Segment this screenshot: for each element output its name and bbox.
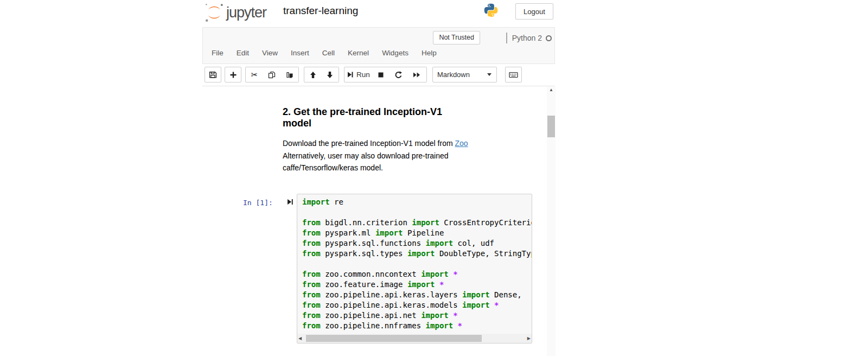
refresh-icon bbox=[394, 71, 403, 79]
page-vertical-scrollbar[interactable]: ▲ bbox=[547, 87, 556, 356]
code-line: from zoo.pipeline.api.keras.layers impor… bbox=[302, 290, 532, 300]
menu-view[interactable]: View bbox=[256, 45, 284, 61]
vertical-scrollbar-thumb[interactable] bbox=[547, 116, 555, 137]
move-cell-down-button[interactable] bbox=[321, 67, 339, 82]
fast-forward-icon bbox=[413, 72, 420, 78]
logout-button[interactable]: Logout bbox=[515, 3, 553, 20]
copy-icon bbox=[268, 71, 276, 79]
markdown-cell[interactable]: 2. Get the pre-trained Inception-V1 mode… bbox=[283, 106, 489, 174]
command-palette-button[interactable] bbox=[505, 67, 522, 82]
code-line: from pyspark.sql.types import DoubleType… bbox=[302, 249, 532, 259]
scroll-left-icon[interactable]: ◀ bbox=[298, 336, 302, 341]
interrupt-kernel-button[interactable] bbox=[372, 67, 390, 82]
menu-widgets[interactable]: Widgets bbox=[375, 45, 415, 61]
cell-type-value: Markdown bbox=[437, 71, 470, 79]
toolbar: ✂ bbox=[203, 66, 556, 86]
kernel-indicator: Python 2 bbox=[506, 33, 552, 43]
arrow-up-icon bbox=[309, 71, 317, 79]
scroll-right-icon[interactable]: ▶ bbox=[527, 336, 531, 341]
code-content: import re from bigdl.nn.criterion import… bbox=[302, 197, 532, 331]
notebook-title[interactable]: transfer-learning bbox=[283, 5, 358, 17]
menu-cell[interactable]: Cell bbox=[316, 45, 341, 61]
code-line: from zoo.pipeline.api.net import * bbox=[302, 310, 532, 321]
restart-kernel-button[interactable] bbox=[390, 67, 407, 82]
menu-kernel[interactable]: Kernel bbox=[341, 45, 375, 61]
horizontal-scrollbar-thumb[interactable] bbox=[306, 335, 482, 342]
code-line: from bigdl.nn.criterion import CrossEntr… bbox=[302, 218, 532, 228]
add-cell-button[interactable] bbox=[225, 67, 241, 82]
markdown-paragraph: Download the pre-trained Inception-V1 mo… bbox=[283, 137, 489, 174]
code-line: from zoo.feature.image import * bbox=[302, 279, 532, 290]
stop-icon bbox=[378, 72, 384, 78]
scissors-icon: ✂ bbox=[251, 71, 258, 79]
run-this-cell-icon[interactable] bbox=[287, 198, 293, 206]
kernel-idle-icon bbox=[546, 35, 552, 41]
copy-cell-button[interactable] bbox=[263, 67, 281, 82]
zoo-link[interactable]: Zoo bbox=[455, 139, 468, 148]
plus-icon bbox=[229, 71, 237, 79]
restart-run-all-button[interactable] bbox=[407, 67, 427, 82]
menu-insert[interactable]: Insert bbox=[284, 45, 316, 61]
markdown-heading: 2. Get the pre-trained Inception-V1 mode… bbox=[283, 106, 474, 129]
jupyter-logo-text: jupyter bbox=[226, 4, 266, 21]
menu-edit[interactable]: Edit bbox=[230, 45, 256, 61]
jupyter-logo[interactable]: jupyter bbox=[204, 2, 266, 23]
menu-help[interactable]: Help bbox=[415, 45, 443, 61]
cut-cell-button[interactable]: ✂ bbox=[245, 67, 264, 82]
cell-type-dropdown[interactable]: Markdown bbox=[432, 67, 497, 82]
header: jupyter transfer-learning Logout bbox=[203, 0, 556, 26]
run-button-label: Run bbox=[356, 71, 370, 79]
step-forward-icon bbox=[347, 71, 354, 78]
code-line bbox=[302, 207, 532, 218]
scroll-up-icon[interactable]: ▲ bbox=[547, 87, 556, 92]
code-line bbox=[302, 259, 532, 269]
paragraph-line1: Download the pre-trained Inception-V1 mo… bbox=[283, 139, 455, 148]
code-line: from pyspark.sql.functions import col, u… bbox=[302, 238, 532, 249]
move-cell-up-button[interactable] bbox=[304, 67, 322, 82]
code-line: import re bbox=[302, 197, 532, 207]
code-line: from zoo.common.nncontext import * bbox=[302, 269, 532, 279]
notebook-area: 2. Get the pre-trained Inception-V1 mode… bbox=[203, 86, 556, 356]
jupyter-notebook-app: jupyter transfer-learning Logout Not Tru… bbox=[203, 0, 556, 356]
code-editor[interactable]: import re from bigdl.nn.criterion import… bbox=[297, 194, 532, 344]
keyboard-icon bbox=[509, 71, 518, 79]
kernel-divider bbox=[506, 33, 507, 43]
code-line: from zoo.pipeline.nnframes import * bbox=[302, 321, 532, 331]
python-kernel-icon bbox=[483, 3, 499, 18]
kernel-name: Python 2 bbox=[512, 34, 542, 42]
trust-status-badge[interactable]: Not Trusted bbox=[433, 31, 480, 44]
floppy-icon bbox=[209, 71, 217, 79]
run-cell-button[interactable]: Run bbox=[344, 67, 373, 82]
input-prompt: In [1]: bbox=[243, 199, 273, 207]
save-button[interactable] bbox=[205, 67, 221, 82]
code-line: from pyspark.ml import Pipeline bbox=[302, 228, 532, 238]
arrow-down-icon bbox=[326, 71, 334, 79]
jupyter-planet-icon bbox=[204, 2, 225, 23]
menubar: Not Trusted Python 2 File Edit View Inse… bbox=[202, 27, 555, 64]
paragraph-line2: Alternatively, user may also download pr… bbox=[283, 151, 449, 160]
menu-file[interactable]: File bbox=[205, 45, 230, 61]
code-cell: In [1]: import re from bigdl.nn.criterio… bbox=[203, 194, 556, 344]
menu-bar: File Edit View Insert Cell Kernel Widget… bbox=[205, 45, 443, 61]
paste-cell-button[interactable] bbox=[280, 67, 299, 82]
paragraph-line3: caffe/Tensorflow/keras model. bbox=[283, 163, 383, 172]
code-line: from zoo.pipeline.api.keras.models impor… bbox=[302, 300, 532, 310]
paste-icon bbox=[286, 71, 293, 79]
chevron-down-icon bbox=[487, 73, 492, 76]
code-horizontal-scrollbar[interactable]: ◀ ▶ bbox=[297, 334, 532, 343]
